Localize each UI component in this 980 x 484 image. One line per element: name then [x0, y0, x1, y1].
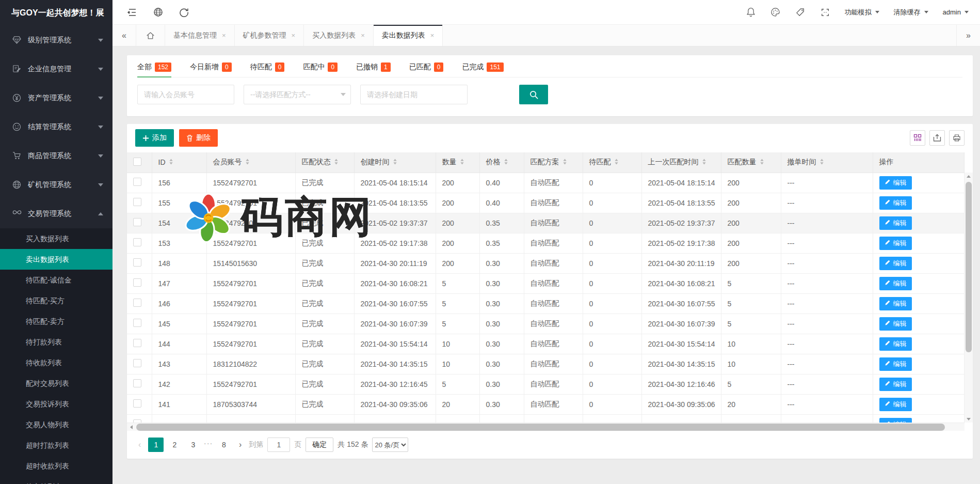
edit-button[interactable]: 编辑 [879, 216, 912, 230]
scroll-down-arrow[interactable] [965, 415, 973, 423]
sidebar-menu-item[interactable]: 资产管理系统 [0, 84, 113, 113]
row-checkbox[interactable] [133, 319, 141, 327]
sidebar-subitem[interactable]: 卖出数据列表 [0, 249, 113, 270]
edit-button[interactable]: 编辑 [879, 398, 912, 411]
sort-icon[interactable] [614, 158, 619, 167]
horizontal-scroll-thumb[interactable] [136, 424, 945, 431]
sort-icon[interactable] [334, 158, 339, 167]
sidebar-subitem[interactable]: 超时打款列表 [0, 435, 113, 456]
status-filter-tab[interactable]: 待匹配0 [250, 63, 285, 77]
sort-icon[interactable] [504, 158, 508, 167]
match-type-select[interactable] [244, 85, 351, 104]
per-page-select[interactable]: 20 条/页 [372, 438, 408, 452]
tabs-scroll-left[interactable]: « [113, 25, 136, 46]
edit-button[interactable]: 编辑 [879, 237, 912, 250]
page-number-button[interactable]: 1 [148, 438, 164, 452]
sidebar-subitem[interactable]: 待匹配-卖方 [0, 311, 113, 332]
edit-button[interactable]: 编辑 [879, 357, 912, 371]
status-filter-tab[interactable]: 已匹配0 [409, 63, 444, 77]
row-checkbox[interactable] [133, 379, 141, 387]
sidebar-menu-item[interactable]: 交易管理系统 [0, 199, 113, 228]
edit-button[interactable]: 编辑 [879, 257, 912, 270]
sort-icon[interactable] [393, 158, 397, 167]
edit-button[interactable]: 编辑 [879, 418, 912, 423]
sidebar-subitem[interactable]: 超时收款列表 [0, 456, 113, 476]
close-icon[interactable]: × [222, 32, 226, 39]
sidebar-subitem[interactable]: 交易人物列表 [0, 414, 113, 435]
sidebar-menu-item[interactable]: 企业信息管理 [0, 55, 113, 84]
row-checkbox[interactable] [133, 339, 141, 347]
sidebar-subitem[interactable]: 买入数据列表 [0, 228, 113, 249]
row-checkbox[interactable] [133, 198, 141, 206]
sidebar-subitem[interactable]: 待打款列表 [0, 332, 113, 352]
page-tab[interactable]: 卖出数据列表× [374, 25, 443, 46]
next-page-button[interactable]: › [236, 440, 245, 449]
sort-icon[interactable] [760, 158, 764, 167]
row-checkbox[interactable] [133, 399, 141, 408]
row-checkbox[interactable] [133, 278, 141, 287]
horizontal-scrollbar[interactable] [127, 423, 965, 431]
vertical-scrollbar[interactable] [965, 173, 973, 423]
select-all-checkbox[interactable] [133, 158, 141, 166]
sidebar-subitem[interactable]: 待收款列表 [0, 352, 113, 373]
status-filter-tab[interactable]: 已完成151 [462, 63, 503, 77]
sort-icon[interactable] [820, 158, 824, 167]
clear-cache-menu[interactable]: 清除缓存 [894, 8, 928, 17]
edit-button[interactable]: 编辑 [879, 317, 912, 331]
row-checkbox[interactable] [133, 178, 141, 186]
tag-icon[interactable] [795, 7, 806, 18]
sidebar-subitem[interactable]: 待定挂列表 [0, 476, 113, 484]
status-filter-tab[interactable]: 匹配中0 [303, 63, 338, 77]
sidebar-subitem[interactable]: 配对交易列表 [0, 373, 113, 394]
create-date-input[interactable] [360, 85, 468, 104]
sidebar-subitem[interactable]: 交易投诉列表 [0, 394, 113, 414]
vertical-scroll-thumb[interactable] [966, 182, 972, 352]
theme-palette-icon[interactable] [770, 7, 781, 18]
notifications-bell-icon[interactable] [746, 7, 756, 18]
status-filter-tab[interactable]: 已撤销1 [356, 63, 391, 77]
search-button[interactable] [519, 85, 548, 104]
sidebar-menu-item[interactable]: 结算管理系统 [0, 113, 113, 142]
page-number-button[interactable]: 8 [216, 438, 232, 452]
sort-icon[interactable] [245, 158, 250, 167]
function-simulate-menu[interactable]: 功能模拟 [845, 8, 879, 17]
close-icon[interactable]: × [361, 32, 365, 39]
sort-icon[interactable] [563, 158, 567, 167]
sidebar-subitem[interactable]: 待匹配-买方 [0, 290, 113, 311]
filter-columns-button[interactable] [910, 130, 925, 146]
row-checkbox[interactable] [133, 299, 141, 307]
prev-page-button[interactable]: ‹ [135, 440, 144, 449]
edit-button[interactable]: 编辑 [879, 196, 912, 210]
sidebar-menu-item[interactable]: 级别管理系统 [0, 26, 113, 55]
row-checkbox[interactable] [133, 238, 141, 246]
scroll-up-arrow[interactable] [965, 173, 973, 180]
tabs-scroll-right[interactable]: » [956, 25, 980, 46]
scroll-left-arrow[interactable] [127, 423, 135, 431]
row-checkbox[interactable] [133, 218, 141, 226]
sidebar-menu-item[interactable]: 商品管理系统 [0, 142, 113, 170]
status-filter-tab[interactable]: 全部152 [137, 63, 171, 77]
goto-page-input[interactable] [267, 438, 290, 452]
sort-icon[interactable] [702, 158, 706, 167]
page-tab[interactable]: 矿机参数管理× [235, 25, 304, 46]
edit-button[interactable]: 编辑 [879, 378, 912, 391]
page-number-button[interactable]: 2 [167, 438, 182, 452]
export-button[interactable] [929, 130, 945, 146]
fullscreen-icon[interactable] [820, 7, 830, 18]
edit-button[interactable]: 编辑 [879, 337, 912, 351]
delete-button[interactable]: 删除 [179, 129, 218, 147]
refresh-icon[interactable] [179, 7, 189, 18]
member-account-input[interactable] [137, 85, 234, 104]
edit-button[interactable]: 编辑 [879, 176, 912, 190]
row-checkbox[interactable] [133, 359, 141, 367]
sidebar-menu-item[interactable]: 矿机管理系统 [0, 170, 113, 199]
sidebar-subitem[interactable]: 待匹配-诚信金 [0, 270, 113, 290]
add-button[interactable]: 添加 [135, 129, 174, 147]
home-tab[interactable] [136, 25, 165, 46]
edit-button[interactable]: 编辑 [879, 277, 912, 290]
page-tab[interactable]: 基本信息管理× [165, 25, 235, 46]
status-filter-tab[interactable]: 今日新增0 [190, 63, 232, 77]
close-icon[interactable]: × [430, 32, 435, 39]
website-globe-icon[interactable] [153, 7, 163, 18]
edit-button[interactable]: 编辑 [879, 297, 912, 310]
